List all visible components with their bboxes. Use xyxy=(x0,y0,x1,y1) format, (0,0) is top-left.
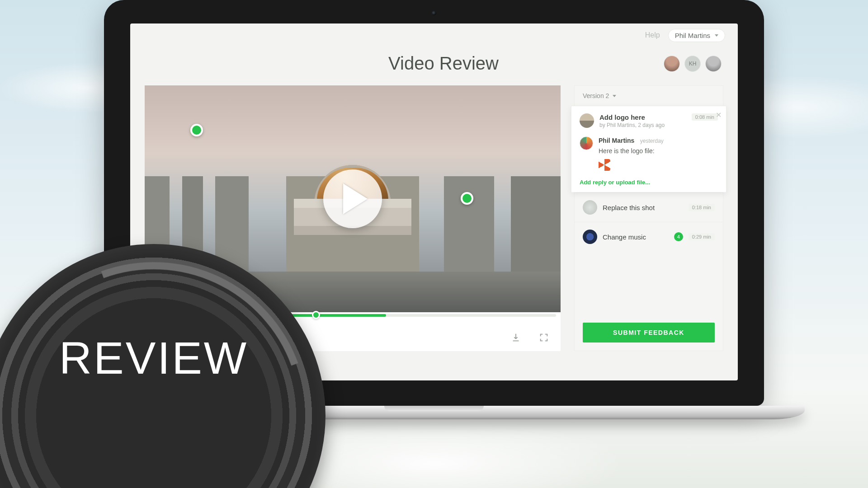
reply-when: yesterday xyxy=(640,138,664,144)
attachment-icon[interactable] xyxy=(599,159,610,171)
fullscreen-icon[interactable] xyxy=(539,333,549,343)
topbar: Help Phil Martins xyxy=(130,23,738,47)
comment-timecode: 0:18 min xyxy=(689,204,715,211)
comment-title: Change music xyxy=(603,233,669,241)
comment-list-item[interactable]: Change music 4 0:29 min xyxy=(575,222,723,251)
comment-thumbnail xyxy=(583,230,597,244)
current-user-name: Phil Martins xyxy=(675,32,710,39)
submit-feedback-button[interactable]: SUBMIT FEEDBACK xyxy=(583,323,715,343)
comment-card-active: ✕ Add logo here by Phil Martins, 2 days … xyxy=(571,106,726,192)
add-reply-link[interactable]: Add reply or upload file... xyxy=(580,179,718,186)
comment-thumbnail xyxy=(580,113,594,128)
page-title: Video Review xyxy=(223,53,664,74)
comment-timecode: 0:29 min xyxy=(689,233,715,240)
comment-list: Replace this shot 0:18 min Change music … xyxy=(575,192,723,314)
comment-thumbnail xyxy=(583,200,597,215)
collaborators: KH xyxy=(664,56,722,72)
download-icon[interactable] xyxy=(511,333,521,343)
review-badge-text: REVIEW xyxy=(0,332,326,384)
reply-text: Here is the logo file: xyxy=(599,147,718,155)
help-link[interactable]: Help xyxy=(645,31,660,39)
comment-byline: by Phil Martins, 2 days ago xyxy=(599,122,686,128)
comment-list-item[interactable]: Replace this shot 0:18 min xyxy=(575,192,723,222)
laptop-camera xyxy=(432,11,436,15)
comment-title: Add logo here xyxy=(599,113,686,121)
avatar[interactable] xyxy=(664,56,680,72)
laptop-hinge-notch xyxy=(384,406,484,411)
timeline-marker[interactable] xyxy=(312,311,320,319)
annotation-marker[interactable] xyxy=(461,192,473,205)
comment-title: Replace this shot xyxy=(603,204,683,211)
version-label: Version 2 xyxy=(583,92,609,99)
reply-count-badge: 4 xyxy=(674,232,683,241)
version-select[interactable]: Version 2 xyxy=(575,86,723,106)
comment-timecode[interactable]: 0:08 min xyxy=(692,113,718,121)
avatar xyxy=(580,136,593,150)
play-button[interactable] xyxy=(323,169,382,228)
chevron-down-icon xyxy=(715,34,718,37)
annotation-marker[interactable] xyxy=(190,124,203,136)
reply-author: Phil Martins xyxy=(599,137,634,144)
close-icon[interactable]: ✕ xyxy=(716,111,722,119)
avatar[interactable] xyxy=(705,56,722,72)
comments-sidebar: Version 2 ✕ Add logo here by Phil Martin… xyxy=(574,85,723,351)
chevron-down-icon xyxy=(613,95,616,97)
avatar[interactable]: KH xyxy=(684,56,701,72)
title-row: Video Review KH xyxy=(130,47,738,85)
current-user-menu[interactable]: Phil Martins xyxy=(668,29,725,42)
comment-reply: Phil Martins yesterday Here is the logo … xyxy=(580,136,718,171)
